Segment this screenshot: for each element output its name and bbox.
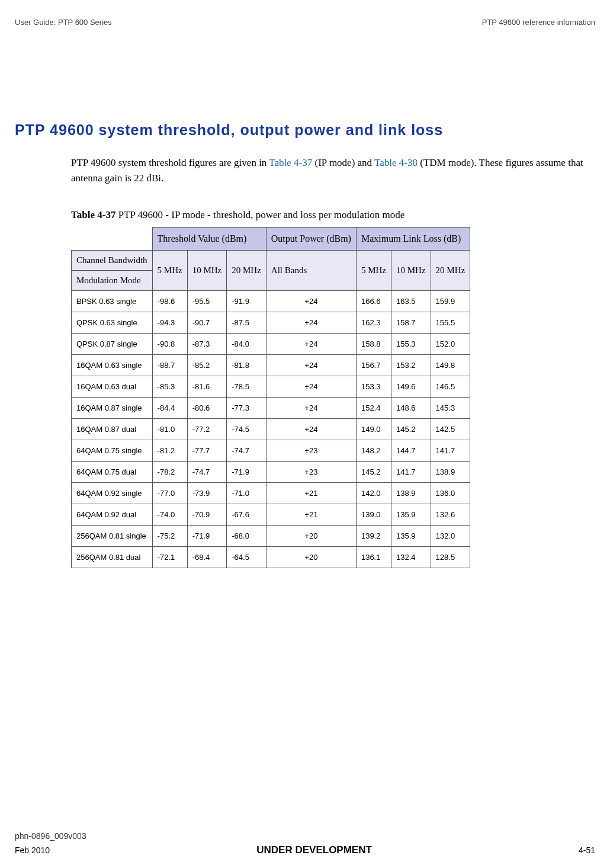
cell-t10: -70.9	[187, 504, 227, 526]
cell-op: +20	[266, 547, 356, 568]
cell-op: +24	[266, 376, 356, 398]
cell-l5: 149.0	[356, 419, 391, 440]
cell-m: 64QAM 0.75 dual	[72, 462, 153, 483]
cell-t10: -85.2	[187, 355, 227, 376]
footer-status: UNDER DEVELOPMENT	[256, 844, 372, 856]
cell-t10: -80.6	[187, 398, 227, 419]
doc-id: phn-0896_009v003	[15, 831, 595, 841]
label-channel-bandwidth: Channel Bandwidth	[72, 251, 152, 271]
cell-op: +21	[266, 483, 356, 504]
cell-l20: 132.0	[431, 526, 470, 547]
cell-l5: 153.3	[356, 376, 391, 398]
cell-t20: -78.5	[227, 376, 267, 398]
cell-l20: 145.3	[431, 398, 470, 419]
col-20mhz-a: 20 MHz	[227, 251, 267, 291]
cell-l5: 152.4	[356, 398, 391, 419]
cell-op: +24	[266, 291, 356, 312]
cell-t20: -71.0	[227, 483, 267, 504]
cell-l10: 148.6	[391, 398, 431, 419]
table-row: 16QAM 0.87 dual-81.0-77.2-74.5+24149.014…	[72, 419, 470, 440]
cell-t20: -81.8	[227, 355, 267, 376]
cell-l5: 136.1	[356, 547, 391, 568]
cell-l10: 153.2	[391, 355, 431, 376]
cell-t20: -68.0	[227, 526, 267, 547]
threshold-table: Threshold Value (dBm) Output Power (dBm)…	[71, 227, 470, 568]
cell-l10: 145.2	[391, 419, 431, 440]
cell-l20: 159.9	[431, 291, 470, 312]
cell-l10: 163.5	[391, 291, 431, 312]
cell-t20: -84.0	[227, 334, 267, 355]
table-row: 16QAM 0.63 single-88.7-85.2-81.8+24156.7…	[72, 355, 470, 376]
cell-t20: -64.5	[227, 547, 267, 568]
cell-t20: -91.9	[227, 291, 267, 312]
section-title: PTP 49600 system threshold, output power…	[15, 121, 595, 139]
body-text-b: (IP mode) and	[312, 157, 374, 168]
link-table-4-37[interactable]: Table 4-37	[269, 157, 312, 168]
col-5mhz-a: 5 MHz	[152, 251, 187, 291]
cell-l10: 149.6	[391, 376, 431, 398]
cell-l20: 155.5	[431, 312, 470, 334]
header-right: PTP 49600 reference information	[482, 18, 595, 27]
table-row: QPSK 0.63 single-94.3-90.7-87.5+24162.31…	[72, 312, 470, 334]
table-row: 64QAM 0.92 single-77.0-73.9-71.0+21142.0…	[72, 483, 470, 504]
cell-t5: -90.8	[152, 334, 187, 355]
hdr-output-power: Output Power (dBm)	[266, 228, 356, 251]
cell-l5: 142.0	[356, 483, 391, 504]
cell-l5: 139.0	[356, 504, 391, 526]
cell-m: 16QAM 0.87 dual	[72, 419, 153, 440]
cell-m: 256QAM 0.81 single	[72, 526, 153, 547]
cell-t5: -78.2	[152, 462, 187, 483]
table-row: QPSK 0.87 single-90.8-87.3-84.0+24158.81…	[72, 334, 470, 355]
cell-l10: 155.3	[391, 334, 431, 355]
cell-t5: -84.4	[152, 398, 187, 419]
caption-text: PTP 49600 - IP mode - threshold, power a…	[115, 209, 404, 220]
page-footer: phn-0896_009v003 Feb 2010 UNDER DEVELOPM…	[15, 831, 595, 856]
col-5mhz-b: 5 MHz	[356, 251, 391, 291]
table-row: 64QAM 0.75 single-81.2-77.7-74.7+23148.2…	[72, 440, 470, 462]
cell-op: +24	[266, 355, 356, 376]
cell-l10: 138.9	[391, 483, 431, 504]
table-row: 64QAM 0.75 dual-78.2-74.7-71.9+23145.214…	[72, 462, 470, 483]
col-all-bands: All Bands	[266, 251, 356, 291]
cell-m: 16QAM 0.87 single	[72, 398, 153, 419]
row-labels: Channel Bandwidth Modulation Mode	[72, 251, 153, 291]
cell-m: 16QAM 0.63 dual	[72, 376, 153, 398]
cell-l20: 128.5	[431, 547, 470, 568]
cell-l20: 132.6	[431, 504, 470, 526]
table-row: 256QAM 0.81 dual-72.1-68.4-64.5+20136.11…	[72, 547, 470, 568]
cell-t5: -81.0	[152, 419, 187, 440]
cell-op: +23	[266, 462, 356, 483]
cell-m: 64QAM 0.92 dual	[72, 504, 153, 526]
cell-l20: 138.9	[431, 462, 470, 483]
cell-op: +24	[266, 312, 356, 334]
col-20mhz-b: 20 MHz	[431, 251, 470, 291]
cell-t20: -67.6	[227, 504, 267, 526]
cell-op: +23	[266, 440, 356, 462]
cell-l5: 162.3	[356, 312, 391, 334]
cell-l5: 145.2	[356, 462, 391, 483]
cell-m: QPSK 0.87 single	[72, 334, 153, 355]
cell-m: BPSK 0.63 single	[72, 291, 153, 312]
cell-t5: -75.2	[152, 526, 187, 547]
cell-l10: 158.7	[391, 312, 431, 334]
cell-t10: -95.5	[187, 291, 227, 312]
cell-t5: -94.3	[152, 312, 187, 334]
cell-t5: -74.0	[152, 504, 187, 526]
caption-label: Table 4-37	[71, 209, 115, 220]
page-header: User Guide: PTP 600 Series PTP 49600 ref…	[15, 18, 595, 27]
cell-l5: 166.6	[356, 291, 391, 312]
cell-l20: 149.8	[431, 355, 470, 376]
link-table-4-38[interactable]: Table 4-38	[374, 157, 418, 168]
col-10mhz-a: 10 MHz	[187, 251, 227, 291]
cell-l10: 135.9	[391, 504, 431, 526]
footer-page: 4-51	[579, 845, 595, 855]
table-caption: Table 4-37 PTP 49600 - IP mode - thresho…	[71, 209, 595, 221]
hdr-max-link-loss: Maximum Link Loss (dB)	[356, 228, 470, 251]
cell-l20: 146.5	[431, 376, 470, 398]
cell-t5: -77.0	[152, 483, 187, 504]
col-10mhz-b: 10 MHz	[391, 251, 431, 291]
cell-t10: -77.7	[187, 440, 227, 462]
cell-op: +24	[266, 419, 356, 440]
cell-t20: -77.3	[227, 398, 267, 419]
cell-t5: -88.7	[152, 355, 187, 376]
